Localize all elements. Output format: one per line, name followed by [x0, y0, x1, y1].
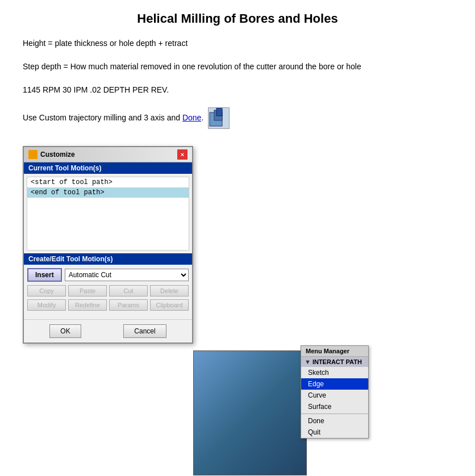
menu-item-edge[interactable]: Edge [301, 378, 368, 390]
line-1: Height = plate thickness or hole depth +… [23, 37, 452, 49]
page-title: Helical Milling of Bores and Holes [23, 11, 452, 26]
tool-motion-item-end[interactable]: <end of tool path> [27, 187, 189, 198]
create-edit-section: Insert Automatic Cut Homing Approach Exi… [24, 265, 192, 317]
menu-manager-title: Menu Manager [301, 346, 368, 357]
insert-row: Insert Automatic Cut Homing Approach Exi… [27, 268, 189, 282]
dialog-area: Customize × Current Tool Motion(s) <star… [23, 146, 452, 475]
section-current-tool-motions: Current Tool Motion(s) [24, 162, 192, 174]
button-row-2: Modify Redefine Params Clipboard [27, 299, 189, 311]
menu-item-curve[interactable]: Curve [301, 390, 368, 401]
inline-link[interactable]: Done [182, 113, 201, 122]
cut-button[interactable]: Cut [109, 285, 148, 297]
params-button[interactable]: Params [109, 299, 148, 311]
line-3: 1145 RPM 30 IPM .02 DEPTH PER REV. [23, 84, 452, 96]
interact-path-text: INTERACT PATH [312, 358, 362, 365]
dialog-close-button[interactable]: × [177, 149, 188, 160]
menu-divider [301, 414, 368, 414]
line-2: Step depth = How much material removed i… [23, 61, 452, 73]
menu-item-surface[interactable]: Surface [301, 401, 368, 412]
tool-motion-list[interactable]: <start of tool path> <end of tool path> [27, 177, 189, 250]
menu-item-done[interactable]: Done [301, 415, 368, 427]
redefine-button[interactable]: Redefine [68, 299, 107, 311]
toolbar-icon [208, 107, 230, 129]
section-create-edit: Create/Edit Tool Motion(s) [24, 253, 192, 265]
dialog-title: Customize [40, 151, 75, 158]
cad-viewport: Menu Manager ▼ INTERACT PATH Sketch Edge… [193, 350, 307, 475]
paste-button[interactable]: Paste [68, 285, 107, 297]
copy-button[interactable]: Copy [27, 285, 66, 297]
dialog-icon [28, 150, 38, 159]
inline-text-line: Use Custom trajectory milling and 3 axis… [23, 107, 452, 129]
motion-type-dropdown[interactable]: Automatic Cut Homing Approach Exit Conne… [65, 269, 189, 281]
menu-manager: Menu Manager ▼ INTERACT PATH Sketch Edge… [301, 345, 369, 439]
dialog-titlebar: Customize × [24, 147, 192, 162]
inline-text-after: . [201, 113, 203, 122]
modify-button[interactable]: Modify [27, 299, 66, 311]
delete-button[interactable]: Delete [150, 285, 189, 297]
menu-item-quit[interactable]: Quit [301, 427, 368, 438]
svg-rect-2 [216, 108, 222, 116]
interact-path-label: ▼ INTERACT PATH [301, 357, 368, 367]
customize-dialog: Customize × Current Tool Motion(s) <star… [23, 146, 193, 344]
tool-motion-item-start[interactable]: <start of tool path> [27, 177, 189, 187]
menu-item-sketch[interactable]: Sketch [301, 367, 368, 378]
cancel-button[interactable]: Cancel [123, 324, 166, 338]
arrow-icon: ▼ [305, 358, 311, 365]
insert-button[interactable]: Insert [27, 268, 62, 282]
ok-button[interactable]: OK [49, 324, 81, 338]
inline-text-before: Use Custom trajectory milling and 3 axis… [23, 113, 182, 122]
dialog-bottom-buttons: OK Cancel [24, 319, 192, 343]
clipboard-button[interactable]: Clipboard [150, 299, 189, 311]
button-row-1: Copy Paste Cut Delete [27, 285, 189, 297]
